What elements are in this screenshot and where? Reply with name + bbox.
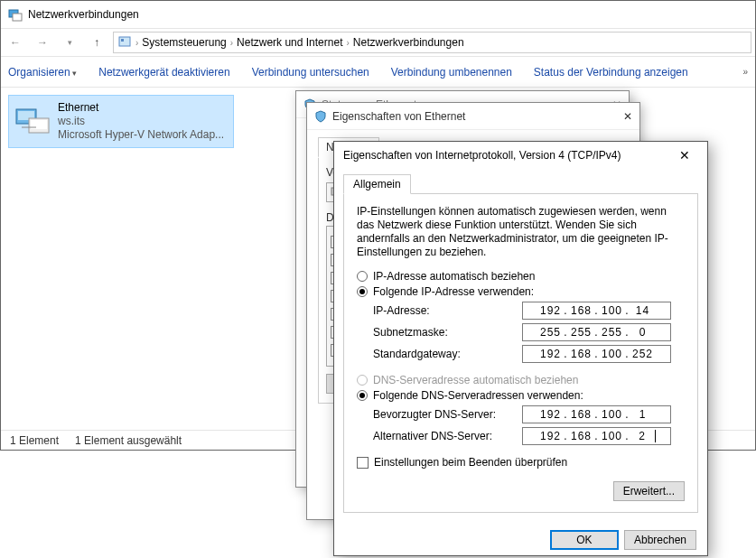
command-overflow-arrow[interactable]: » xyxy=(742,67,748,77)
ip-octet[interactable]: 100 xyxy=(600,348,625,360)
ipv4-panel: IP-Einstellungen können automatisch zuge… xyxy=(343,193,698,513)
svg-rect-3 xyxy=(121,39,124,42)
back-button[interactable]: ← xyxy=(5,32,26,53)
radio-ip-manual[interactable]: Folgende IP-Adresse verwenden: xyxy=(357,285,685,298)
alternate-dns-label: Alternativer DNS-Server: xyxy=(373,430,522,442)
forward-button[interactable]: → xyxy=(32,32,53,53)
radio-icon xyxy=(357,390,368,401)
radio-dns-auto-label: DNS-Serveradresse automatisch beziehen xyxy=(373,374,578,386)
organize-menu[interactable]: Organisieren xyxy=(8,66,77,79)
ethernet-icon xyxy=(14,106,51,138)
advanced-button[interactable]: Erweitert... xyxy=(613,481,685,501)
svg-rect-1 xyxy=(13,14,22,21)
breadcrumb-sep: › xyxy=(135,38,138,48)
ip-octet[interactable]: 192 xyxy=(538,304,564,317)
ip-octet[interactable]: 192 xyxy=(538,408,564,421)
validate-on-exit-checkbox[interactable]: Einstellungen beim Beenden überprüfen xyxy=(357,456,685,469)
validate-on-exit-label: Einstellungen beim Beenden überprüfen xyxy=(374,456,567,469)
ipv4-titlebar[interactable]: Eigenschaften von Internetprotokoll, Ver… xyxy=(334,142,707,169)
ok-button[interactable]: OK xyxy=(550,530,619,550)
ipv4-title: Eigenschaften von Internetprotokoll, Ver… xyxy=(343,149,621,162)
breadcrumb-2[interactable]: Netzwerkverbindungen xyxy=(353,36,464,49)
breadcrumb-sep: › xyxy=(346,38,349,48)
ip-address-input[interactable]: 192. 168. 100. 14 xyxy=(522,302,671,320)
tab-general[interactable]: Allgemein xyxy=(343,174,411,194)
adapter-name: Ethernet xyxy=(58,101,224,115)
subnet-mask-input[interactable]: 255. 255. 255. 0 xyxy=(522,323,671,341)
recent-button[interactable]: ▾ xyxy=(59,32,80,53)
ip-octet[interactable]: 2 xyxy=(630,430,656,442)
selected-count: 1 Element ausgewählt xyxy=(75,434,182,447)
radio-ip-manual-label: Folgende IP-Adresse verwenden: xyxy=(373,285,534,298)
radio-dns-manual-label: Folgende DNS-Serveradressen verwenden: xyxy=(373,389,583,402)
ip-octet[interactable]: 252 xyxy=(630,348,656,360)
titlebar[interactable]: Netzwerkverbindungen xyxy=(1,1,755,28)
adapter-domain: ws.its xyxy=(58,115,224,128)
window-title: Netzwerkverbindungen xyxy=(28,8,139,21)
svg-rect-2 xyxy=(119,37,130,46)
breadcrumb-sep: › xyxy=(230,38,233,48)
radio-dns-auto: DNS-Serveradresse automatisch beziehen xyxy=(357,374,685,386)
ip-octet[interactable]: 100 xyxy=(600,430,625,442)
ip-octet[interactable]: 192 xyxy=(538,430,564,442)
subnet-mask-label: Subnetzmaske: xyxy=(373,326,522,339)
deactivate-device-button[interactable]: Netzwerkgerät deaktivieren xyxy=(98,66,229,79)
ip-octet[interactable]: 168 xyxy=(569,348,594,360)
radio-ip-auto-label: IP-Adresse automatisch beziehen xyxy=(373,270,535,283)
ip-octet[interactable]: 168 xyxy=(569,408,594,421)
radio-icon xyxy=(357,375,368,386)
checkbox-icon xyxy=(357,457,369,469)
breadcrumb-1[interactable]: Netzwerk und Internet xyxy=(237,36,342,49)
up-button[interactable]: ↑ xyxy=(86,32,107,53)
ip-octet[interactable]: 255 xyxy=(569,326,594,339)
preferred-dns-label: Bevorzugter DNS-Server: xyxy=(373,408,522,421)
network-icon xyxy=(8,7,23,22)
ip-octet[interactable]: 1 xyxy=(630,408,656,421)
rename-connection-button[interactable]: Verbindung umbenennen xyxy=(391,66,512,79)
navigation-bar: ← → ▾ ↑ › Systemsteuerung › Netzwerk und… xyxy=(1,28,755,57)
diagnose-connection-button[interactable]: Verbindung untersuchen xyxy=(252,66,369,79)
close-icon[interactable]: ✕ xyxy=(623,110,632,123)
show-status-button[interactable]: Status der Verbindung anzeigen xyxy=(534,66,688,79)
ipv4-properties-dialog: Eigenschaften von Internetprotokoll, Ver… xyxy=(333,141,708,556)
command-bar: Organisieren Netzwerkgerät deaktivieren … xyxy=(1,57,755,88)
ip-octet[interactable]: 255 xyxy=(600,326,625,339)
cancel-button[interactable]: Abbrechen xyxy=(624,530,696,550)
shield-icon xyxy=(314,110,327,123)
adapter-text: Ethernet ws.its Microsoft Hyper-V Networ… xyxy=(58,101,224,142)
ethernet-adapter-item[interactable]: Ethernet ws.its Microsoft Hyper-V Networ… xyxy=(8,95,234,148)
ip-address-label: IP-Adresse: xyxy=(373,304,522,317)
radio-icon xyxy=(357,286,368,297)
radio-dns-manual[interactable]: Folgende DNS-Serveradressen verwenden: xyxy=(357,389,685,402)
ip-octet[interactable]: 0 xyxy=(630,326,656,339)
alternate-dns-input[interactable]: 192. 168. 100. 2 xyxy=(522,427,671,445)
breadcrumb-0[interactable]: Systemsteuerung xyxy=(142,36,226,49)
gateway-label: Standardgateway: xyxy=(373,348,522,360)
ip-octet[interactable]: 255 xyxy=(538,326,564,339)
radio-icon xyxy=(357,271,368,282)
ip-octet[interactable]: 168 xyxy=(569,430,594,442)
close-button[interactable]: ✕ xyxy=(671,148,698,163)
radio-ip-auto[interactable]: IP-Adresse automatisch beziehen xyxy=(357,270,685,283)
ip-octet[interactable]: 100 xyxy=(600,408,625,421)
ip-octet[interactable]: 14 xyxy=(630,304,656,317)
ipv4-intro-text: IP-Einstellungen können automatisch zuge… xyxy=(357,205,685,259)
address-bar[interactable]: › Systemsteuerung › Netzwerk und Interne… xyxy=(113,32,751,53)
control-panel-icon xyxy=(117,35,132,50)
gateway-input[interactable]: 192. 168. 100. 252 xyxy=(522,345,671,363)
ip-octet[interactable]: 100 xyxy=(600,304,625,317)
adapter-driver: Microsoft Hyper-V Network Adap... xyxy=(58,128,224,142)
ip-octet[interactable]: 168 xyxy=(569,304,594,317)
ip-octet[interactable]: 192 xyxy=(538,348,564,360)
preferred-dns-input[interactable]: 192. 168. 100. 1 xyxy=(522,405,671,423)
item-count: 1 Element xyxy=(10,434,59,447)
ethernet-properties-title: Eigenschaften von Ethernet xyxy=(332,110,465,123)
